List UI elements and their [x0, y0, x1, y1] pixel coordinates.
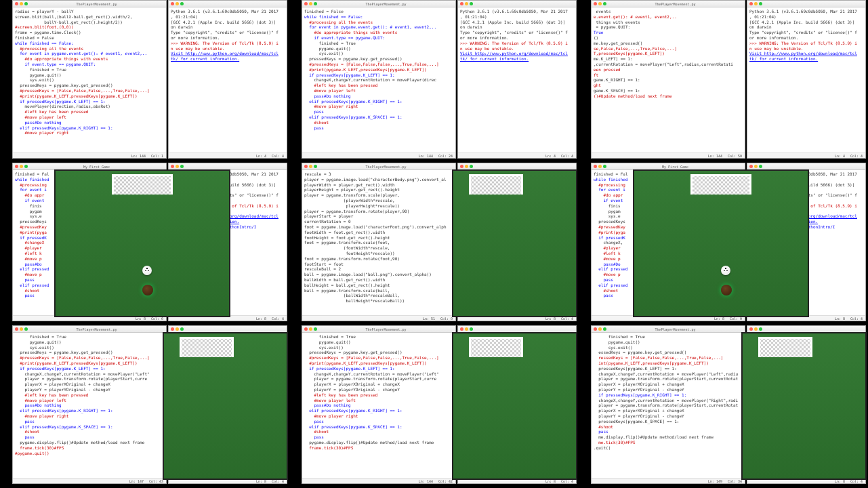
code-area[interactable]: eventse.event.get(): # event1, event2,..…: [592, 7, 745, 100]
close-icon[interactable]: [171, 2, 174, 5]
code-area[interactable]: finished = True pygame.quit() sys.exit()…: [592, 333, 745, 452]
editor-window[interactable]: ThePlayerMovement.py finished = True pyg…: [12, 325, 167, 484]
maximize-icon[interactable]: [470, 327, 473, 331]
close-icon[interactable]: [460, 327, 463, 331]
code-line: events: [594, 9, 743, 14]
close-icon[interactable]: [594, 327, 597, 331]
maximize-icon[interactable]: [180, 2, 184, 5]
maximize-icon[interactable]: [24, 2, 28, 5]
game-window[interactable]: [741, 332, 867, 480]
close-icon[interactable]: [304, 165, 308, 168]
code-line: #pressedKeys = [False,False,False,...,Tr…: [15, 88, 164, 94]
game-window[interactable]: [452, 332, 577, 480]
console-output[interactable]: Python 3.6.1 (v3.6.1:69c0db5050, Mar 21 …: [747, 7, 865, 63]
code-area[interactable]: finished = True pygame.quit() sys.exit()…: [13, 333, 166, 457]
editor-window[interactable]: ThePlayerMovement.py radius = playerY - …: [12, 0, 167, 159]
status-col: Col: 43: [149, 479, 163, 483]
close-icon[interactable]: [15, 327, 18, 331]
code-line: elif pressedKeys[pygame.K_RIGHT] == 1:: [15, 408, 164, 413]
close-icon[interactable]: [749, 165, 753, 168]
minimize-icon[interactable]: [20, 165, 23, 168]
code-line: finished = True: [15, 67, 164, 73]
code-area[interactable]: radius = playerY - ballYscreen.blit(ball…: [13, 7, 166, 137]
maximize-icon[interactable]: [180, 327, 184, 331]
close-icon[interactable]: [171, 327, 174, 331]
minimize-icon[interactable]: [309, 2, 312, 5]
maximize-icon[interactable]: [759, 2, 762, 5]
maximize-icon[interactable]: [603, 327, 606, 331]
minimize-icon[interactable]: [754, 327, 758, 331]
editor-window[interactable]: ThePlayerMovement.py finished = True pyg…: [302, 325, 456, 484]
code-line: changeX,changeY,currentRotation = movePl…: [15, 371, 164, 377]
editor-window[interactable]: ThePlayerMovement.py finished = True pyg…: [591, 325, 745, 484]
status-bar: Ln: 144 Col: 24: [302, 152, 455, 158]
console-window[interactable]: Python 3.6.1 (v3.6.1:69c0db5050, Mar 21 …: [168, 0, 287, 159]
minimize-icon[interactable]: [309, 327, 312, 331]
code-area[interactable]: finished = True pygame.quit() sys.exit()…: [302, 333, 455, 452]
close-icon[interactable]: [304, 2, 308, 5]
game-window[interactable]: [452, 169, 577, 317]
minimize-icon[interactable]: [175, 165, 179, 168]
minimize-icon[interactable]: [598, 165, 602, 168]
minimize-icon[interactable]: [309, 165, 312, 168]
code-area[interactable]: rescale = 3player = pygame.image.load("c…: [302, 170, 455, 305]
close-icon[interactable]: [594, 165, 597, 168]
game-window[interactable]: [633, 169, 809, 317]
code-line: sys.exit(): [15, 345, 164, 350]
maximize-icon[interactable]: [314, 165, 317, 168]
console-window[interactable]: Python 3.6.1 (v3.6.1:69c0db5050, Mar 21 …: [457, 0, 577, 159]
status-bar: Ln: 147 Col: 43: [13, 478, 166, 483]
close-icon[interactable]: [460, 165, 463, 168]
close-icon[interactable]: [171, 165, 174, 168]
editor-window[interactable]: ThePlayerMovement.py finished = Falsewhi…: [302, 0, 456, 159]
minimize-icon[interactable]: [465, 165, 468, 168]
code-line: elif pressedKeys[pygame.K_SPACE] == 1:: [304, 424, 453, 430]
close-icon[interactable]: [749, 2, 753, 5]
maximize-icon[interactable]: [180, 165, 184, 168]
maximize-icon[interactable]: [314, 2, 317, 5]
maximize-icon[interactable]: [24, 327, 28, 331]
maximize-icon[interactable]: [603, 165, 606, 168]
minimize-icon[interactable]: [598, 2, 602, 5]
close-icon[interactable]: [594, 2, 597, 5]
code-line: game.K_SPACE] == 1:: [594, 88, 743, 94]
code-line: een pressed: [594, 67, 743, 73]
close-icon[interactable]: [304, 327, 308, 331]
minimize-icon[interactable]: [175, 327, 179, 331]
close-icon[interactable]: [15, 2, 18, 5]
minimize-icon[interactable]: [20, 327, 23, 331]
game-window[interactable]: [163, 332, 288, 480]
maximize-icon[interactable]: [759, 327, 762, 331]
maximize-icon[interactable]: [603, 2, 606, 5]
code-line: player = pygame.transform.rotate(playerS…: [594, 376, 743, 382]
code-line: e.event.get(): # event1, event2,..: [594, 14, 743, 20]
maximize-icon[interactable]: [314, 327, 317, 331]
editor-window[interactable]: ThePlayerMovement.py eventse.event.get()…: [591, 0, 745, 159]
maximize-icon[interactable]: [759, 165, 762, 168]
maximize-icon[interactable]: [470, 2, 473, 5]
code-line: #move player right: [15, 130, 164, 136]
code-line: screen.blit(ball,(ballX-ball.get_rect().…: [15, 14, 164, 20]
console-window[interactable]: Python 3.6.1 (v3.6.1:69c0db5050, Mar 21 …: [747, 0, 866, 159]
minimize-icon[interactable]: [465, 327, 468, 331]
maximize-icon[interactable]: [470, 165, 473, 168]
console-output[interactable]: Python 3.6.1 (v3.6.1:69c0db5050, Mar 21 …: [458, 7, 576, 63]
minimize-icon[interactable]: [598, 327, 602, 331]
player-sprite: [142, 285, 153, 296]
close-icon[interactable]: [15, 165, 18, 168]
minimize-icon[interactable]: [175, 2, 179, 5]
console-output[interactable]: Python 3.6.1 (v3.6.1:69c0db5050, Mar 21 …: [169, 7, 287, 63]
minimize-icon[interactable]: [465, 2, 468, 5]
minimize-icon[interactable]: [754, 165, 758, 168]
minimize-icon[interactable]: [20, 2, 23, 5]
maximize-icon[interactable]: [24, 165, 28, 168]
code-line: playerX = playerXOriginal + changeX: [304, 382, 453, 387]
close-icon[interactable]: [749, 327, 753, 331]
game-window[interactable]: [54, 169, 230, 317]
code-line: pass: [304, 419, 453, 424]
code-line: frame = pygame.time.Clock(): [15, 30, 164, 35]
editor-window[interactable]: ThePlayerMovement.py rescale = 3player =…: [302, 163, 456, 321]
minimize-icon[interactable]: [754, 2, 758, 5]
close-icon[interactable]: [460, 2, 463, 5]
code-area[interactable]: finished = Falsewhile finished == False:…: [302, 7, 455, 131]
